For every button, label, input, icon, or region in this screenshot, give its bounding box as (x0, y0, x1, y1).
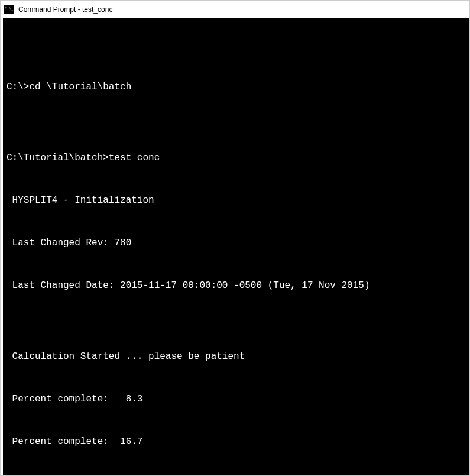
titlebar[interactable]: Command Prompt - test_conc (1, 1, 469, 18)
terminal-output[interactable]: C:\>cd \Tutorial\batch C:\Tutorial\batch… (1, 18, 469, 475)
terminal-line: Last Changed Rev: 780 (7, 236, 466, 250)
terminal-line: Last Changed Date: 2015-11-17 00:00:00 -… (7, 279, 466, 293)
terminal-line: C:\>cd \Tutorial\batch (7, 80, 466, 94)
window-title: Command Prompt - test_conc (18, 5, 112, 14)
command-prompt-window: Command Prompt - test_conc C:\>cd \Tutor… (0, 0, 470, 476)
command-prompt-icon (4, 5, 14, 14)
terminal-line: Percent complete: 16.7 (7, 435, 466, 449)
terminal-line: Calculation Started ... please be patien… (7, 349, 466, 364)
terminal-line: HYSPLIT4 - Initialization (7, 193, 466, 208)
terminal-line: Percent complete: 8.3 (7, 392, 466, 406)
terminal-line: C:\Tutorial\batch>test_conc (7, 151, 466, 165)
